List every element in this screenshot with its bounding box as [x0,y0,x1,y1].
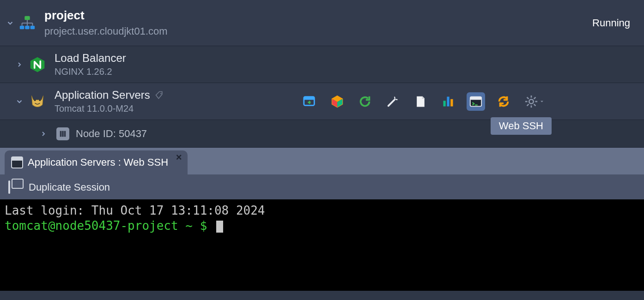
settings-button[interactable] [522,92,547,111]
chevron-down-icon[interactable] [4,17,17,30]
layer-row-load-balancer[interactable]: Load Balancer NGINX 1.26.2 [0,46,644,83]
terminal-prompt: tomcat@node50437-project ~ $ [5,219,214,233]
close-icon[interactable]: × [174,152,184,162]
duplicate-session-button[interactable]: Duplicate Session [29,181,110,193]
node-id: Node ID: 50437 [76,128,147,140]
config-button[interactable] [383,92,402,111]
layer-subtitle: Tomcat 11.0.0-M24 [55,103,164,114]
environment-row: project project.user.cloudjkt01.com Runn… [0,0,644,46]
environment-name: project [44,8,168,23]
environment-status: Running [592,17,630,29]
svg-line-32 [534,104,536,106]
svg-point-10 [34,99,36,101]
svg-rect-24 [470,96,481,100]
cursor-icon [216,221,223,233]
tab-web-ssh[interactable]: Application Servers : Web SSH × [5,150,188,174]
svg-rect-7 [25,25,30,29]
tomcat-icon [29,93,46,110]
layer-title: Load Balancer [55,52,126,65]
svg-rect-35 [60,131,62,137]
chevron-right-icon[interactable] [37,127,50,140]
svg-line-33 [534,97,536,99]
svg-rect-22 [450,99,453,106]
svg-rect-14 [304,96,315,100]
statistics-button[interactable] [439,92,457,111]
tab-label: Application Servers : Web SSH [28,156,168,168]
chevron-down-icon[interactable] [13,95,26,108]
container-icon [56,127,69,140]
redeploy-button[interactable] [494,92,513,111]
terminal-line-lastlogin: Last login: Thu Oct 17 13:11:08 2024 [5,203,639,218]
svg-rect-36 [62,131,64,137]
environment-domain[interactable]: project.user.cloudjkt01.com [44,25,168,37]
svg-line-19 [389,100,395,106]
open-in-browser-button[interactable] [300,92,319,111]
tab-bar: Application Servers : Web SSH × [0,148,644,175]
session-toolbar: Duplicate Session [0,175,644,199]
svg-line-31 [527,97,529,99]
svg-rect-6 [20,25,24,29]
restart-button[interactable] [356,92,374,111]
web-ssh-tooltip: Web SSH [491,117,552,135]
svg-line-34 [527,104,529,106]
nginx-icon [29,56,46,73]
tag-icon[interactable] [155,90,164,100]
svg-point-12 [160,93,162,94]
layer-subtitle: NGINX 1.26.2 [55,66,126,77]
layer-row-app-servers[interactable]: Application Servers Tomcat 11.0.0-M24 [0,83,644,120]
svg-point-11 [39,99,41,101]
environment-icon [18,14,36,32]
svg-rect-20 [444,101,446,106]
layer-toolbar: Web SSH [300,92,644,111]
svg-point-26 [529,99,533,103]
svg-rect-0 [24,16,30,20]
terminal[interactable]: Last login: Thu Oct 17 13:11:08 2024 tom… [0,199,644,291]
addons-button[interactable] [328,92,346,111]
terminal-icon [11,156,23,168]
log-button[interactable] [411,92,430,111]
svg-rect-8 [30,25,35,29]
svg-rect-37 [64,131,66,137]
duplicate-icon [8,180,10,194]
layer-title: Application Servers [55,89,150,102]
chevron-right-icon[interactable] [13,58,26,71]
web-ssh-button[interactable] [467,92,485,111]
svg-rect-21 [447,96,449,106]
